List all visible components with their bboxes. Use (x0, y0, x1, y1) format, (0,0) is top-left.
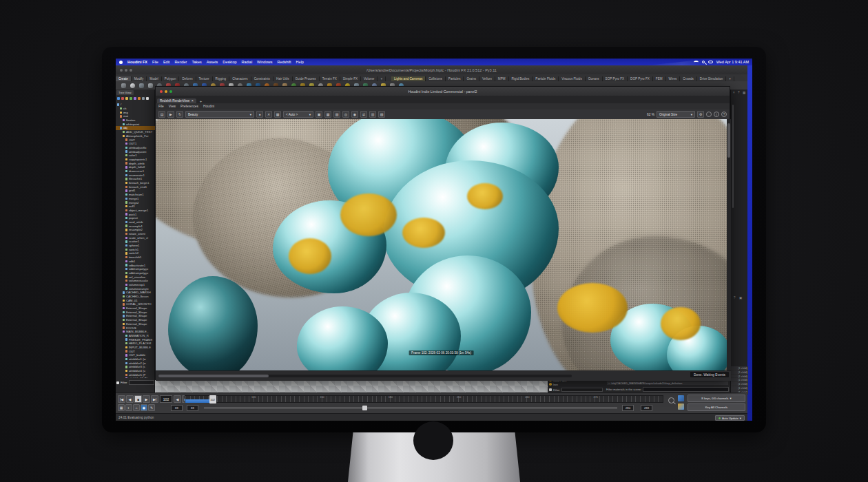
channels-icon[interactable] (678, 404, 684, 410)
transport-button[interactable]: ▶| (151, 395, 158, 403)
menubar-clock[interactable]: Wed Apr 1 9:41 AM (716, 60, 749, 64)
tree-node-list[interactable]: /chimgmatfloatieswhitepaintobjADD_QUICK_… (116, 103, 155, 378)
shelf-tab-characters[interactable]: Characters (229, 76, 251, 81)
snapshot-slot-dropdown[interactable]: < Auto >▾ (283, 111, 313, 118)
target-icon[interactable]: ◎ (342, 111, 349, 118)
range-end-field[interactable]: 280 (622, 405, 634, 411)
render-menu-preferences[interactable]: Preferences (180, 105, 198, 108)
magnifier-icon[interactable] (668, 397, 674, 404)
range-start-field[interactable]: 88 (171, 405, 183, 411)
shelf-tab-grains[interactable]: Grains (464, 76, 479, 81)
shelf-tab-drive-simulation[interactable]: Drive Simulation (697, 76, 726, 81)
focus-icon[interactable]: ◉ (351, 111, 358, 118)
range-slider-handle[interactable] (362, 406, 367, 410)
range-end2-field[interactable]: 288 (641, 405, 652, 411)
tree-filter-input[interactable] (129, 380, 154, 385)
shelf-tab-mpm[interactable]: MPM (495, 76, 509, 81)
timeline-ruler[interactable]: 120150180210240270 102 (185, 395, 663, 403)
restart-render-icon[interactable]: ↻ (176, 111, 183, 118)
shelf-tab-crowds[interactable]: Crowds (680, 76, 697, 81)
spotlight-icon[interactable] (702, 61, 705, 63)
filter-checkbox[interactable] (549, 388, 552, 391)
clear-icon[interactable]: ✕ (265, 111, 272, 118)
tab-redshift-renderview[interactable]: Redshift RenderView × (157, 98, 196, 103)
keys-dropdown[interactable]: 8 keys, 0/0 channels▾ (688, 395, 745, 402)
main-titlebar[interactable]: /Users/andre/Documents/Projects/Morph.hi… (116, 65, 747, 74)
tree-toolbar-icon[interactable] (121, 97, 124, 100)
menubar-item-assets[interactable]: Assets (207, 60, 218, 64)
shelf-tab-texture[interactable]: Texture (196, 76, 213, 81)
snapshot-icon[interactable]: ▤ (158, 111, 165, 118)
render-menu-houdini[interactable]: Houdini (203, 105, 214, 108)
shelf-tab-viscous-fluids[interactable]: Viscous Fluids (559, 76, 586, 81)
range-start2-field[interactable]: 88 (187, 405, 198, 411)
shelf-tab-guide-process[interactable]: Guide Process (293, 76, 320, 81)
shelf-tab-particle-fluids[interactable]: Particle Fluids (533, 76, 559, 81)
shelf-tool-icon[interactable] (121, 83, 126, 88)
scope-icon[interactable] (678, 395, 684, 401)
auto-update-dropdown[interactable]: Auto Update ▾ (715, 415, 745, 421)
menubar-item-windows[interactable]: Windows (257, 60, 272, 64)
shelf-tab-hair-utils[interactable]: Hair Utils (273, 76, 293, 81)
tree-toolbar-icon[interactable] (134, 97, 136, 100)
zoom-percent[interactable]: 62 % (647, 113, 654, 116)
shelf-tab-particles[interactable]: Particles (446, 76, 464, 81)
duplicate-icon[interactable]: ▧ (378, 111, 385, 118)
shelf-tab-simple-fx[interactable]: Simple FX (340, 76, 361, 81)
render-menu-view[interactable]: View (169, 105, 176, 108)
shelf-tab-+[interactable]: + (378, 76, 386, 81)
frame-step-button[interactable]: ◀ (174, 395, 181, 403)
shelf-tab-sop-pyro-fx[interactable]: SOP Pyro FX (603, 76, 628, 81)
background-icon[interactable]: ● (256, 111, 263, 118)
menubar-item-houdini-fx[interactable]: Houdini FX (127, 60, 147, 64)
render-window-titlebar[interactable]: Houdini Indie Limited-Commercial - panel… (156, 87, 730, 96)
menubar-item-render[interactable]: Render (174, 60, 187, 64)
help-icon[interactable]: ? (721, 112, 727, 117)
render-start-icon[interactable]: ▶ (167, 111, 174, 118)
playback-toggle[interactable]: ⌂ (133, 404, 140, 411)
shelf-tool-icon[interactable] (139, 83, 144, 88)
scene-filter-input[interactable] (643, 387, 729, 392)
tree-pane-tab[interactable]: Tree View (116, 90, 134, 95)
shelf-tab-lights-and-cameras[interactable]: Lights and Cameras (391, 76, 426, 81)
panel-icon[interactable]: ▣ (739, 296, 742, 300)
transport-button[interactable]: |◀ (118, 395, 125, 403)
shelf-tool-icon[interactable] (130, 83, 135, 88)
range-slider[interactable] (204, 408, 617, 408)
filter-checkbox[interactable] (116, 381, 119, 384)
current-frame-field[interactable]: 102 (160, 395, 172, 403)
shelf-tab-vellum[interactable]: Vellum (479, 76, 495, 81)
shelf-tab-oceans[interactable]: Oceans (586, 76, 603, 81)
shelf-tab-volume[interactable]: Volume (361, 76, 378, 81)
render-pass-dropdown[interactable]: Beauty▾ (185, 111, 254, 118)
shelf-tab-constraints[interactable]: Constraints (251, 76, 273, 81)
shelf-tab-modify[interactable]: Modify (132, 76, 147, 81)
shelf-tab-rigging[interactable]: Rigging (213, 76, 230, 81)
crop-icon[interactable]: ▩ (274, 111, 281, 118)
menubar-item-desktop[interactable]: Desktop (223, 60, 236, 64)
shelf-tab-+[interactable]: + (726, 76, 734, 81)
transport-button[interactable]: ◀ (126, 395, 134, 403)
magnifier-icon[interactable]: ◌ (706, 112, 712, 117)
shelf-tool-icon[interactable] (148, 83, 153, 88)
gear-icon[interactable]: ⚙ (697, 111, 704, 118)
tree-toolbar-icon[interactable] (138, 97, 141, 100)
tree-toolbar-icon[interactable] (146, 97, 149, 100)
copy-icon[interactable]: ▥ (369, 111, 376, 118)
menubar-item-takes[interactable]: Takes (192, 60, 201, 64)
menubar-item-help[interactable]: Help (296, 60, 304, 64)
transport-button[interactable]: ▶ (143, 395, 150, 403)
playback-toggle[interactable]: ◉ (141, 404, 147, 411)
close-icon[interactable]: × (608, 381, 610, 385)
lock-icon[interactable]: ▣ (316, 111, 322, 118)
menubar-item-edit[interactable]: Edit (163, 60, 169, 64)
grid-icon[interactable]: ▦ (324, 111, 331, 118)
wifi-icon[interactable] (694, 61, 699, 64)
playback-toggle[interactable]: ▦ (118, 404, 125, 411)
tree-toolbar-icon[interactable] (130, 97, 132, 100)
apple-icon[interactable] (119, 61, 123, 64)
horizontal-scroll-thumb[interactable] (158, 375, 269, 377)
help-icon[interactable]: ? (738, 91, 740, 94)
info-icon[interactable]: i (714, 112, 719, 117)
tree-node[interactable]: attribblur11 (N (116, 377, 155, 378)
